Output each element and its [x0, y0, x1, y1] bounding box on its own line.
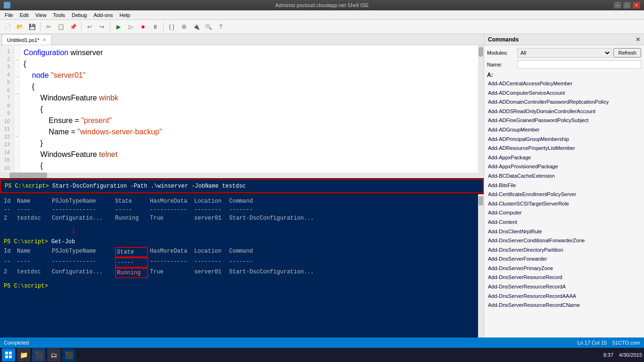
sep-pstype-2: ------------- [52, 257, 113, 268]
cut-button[interactable]: ✂ [43, 21, 54, 33]
cmd-item-0[interactable]: Add-ADCentralAccessPolicyMember [487, 79, 641, 89]
cmd-item-1[interactable]: Add-ADComputerServiceAccount [487, 89, 641, 98]
name-input[interactable] [517, 60, 641, 69]
save-button[interactable]: 💾 [26, 21, 38, 33]
code-line-6: { [24, 104, 474, 115]
addon-button[interactable]: 🔌 [190, 21, 202, 33]
cmd-item-21[interactable]: Add-DnsServerResourceRecord [487, 273, 641, 282]
cmd-item-17[interactable]: Add-DnsServerConditionalForwarderZone [487, 236, 641, 246]
terminal-vscroll-thumb[interactable] [479, 196, 483, 206]
data-pstype-2: Configuratio... [52, 268, 113, 278]
maximize-button[interactable]: □ [623, 2, 631, 8]
cmd-item-12[interactable]: Add-CertificateEnrollmentPolicyServer [487, 190, 641, 199]
cmd-item-2[interactable]: Add-ADDomainControllerPasswordReplicatio… [487, 98, 641, 107]
modules-select[interactable]: All [517, 48, 611, 58]
menu-help[interactable]: Help [116, 11, 133, 19]
col-state-2-highlighted: State [115, 247, 148, 257]
snippet-button[interactable]: { } [166, 21, 177, 33]
copy-button[interactable]: 📋 [55, 21, 66, 33]
app-window: Administ pocloud.cloudapp.net Shell ISE … [0, 0, 644, 362]
h-scroll-thumb[interactable] [9, 173, 47, 178]
sep-name-2: ---- [17, 257, 50, 268]
data-loc-2: server01 [194, 268, 227, 278]
data-name-1: testdsc [17, 214, 50, 222]
open-button[interactable]: 📂 [14, 21, 25, 33]
menu-edit[interactable]: Edit [17, 11, 32, 19]
app-icon [4, 2, 10, 8]
cmd-item-3[interactable]: Add-ADDSReadOnlyDomainControllerAccount [487, 107, 641, 116]
cmd-item-7[interactable]: Add-ADResourcePropertyListMember [487, 144, 641, 153]
minimize-button[interactable]: ─ [614, 2, 621, 8]
cmd-item-6[interactable]: Add-ADPrincipalGroupMembership [487, 135, 641, 144]
commands-panel-close[interactable]: ✕ [636, 36, 640, 43]
cmd-item-5[interactable]: Add-ADGroupMember [487, 125, 641, 135]
cmd-item-24[interactable]: Add-DnsServerResourceRecordCName [487, 301, 641, 310]
menu-debug[interactable]: Debug [69, 11, 90, 19]
cmd-item-19[interactable]: Add-DnsServerForwarder [487, 255, 641, 264]
zoom-button[interactable]: 🔍 [203, 21, 214, 33]
cmd-item-23[interactable]: Add-DnsServerResourceRecordAAAA [487, 292, 641, 301]
stop-button[interactable]: ■ [137, 21, 149, 33]
code-inner[interactable]: 12345 678910 1112131415 16 − − − [0, 45, 484, 173]
table2-data-row: 2 testdsc Configuratio... Running True s… [4, 268, 474, 278]
run-selection-button[interactable]: ▷ [125, 21, 136, 33]
taskbar-cmd-icon[interactable]: ⬛ [62, 348, 75, 362]
help2-button[interactable]: ? [215, 21, 226, 33]
terminal-content-main[interactable]: Id Name PSJobTypeName State HasMoreData … [0, 194, 478, 356]
redo-button[interactable]: ↪ [96, 21, 107, 33]
taskbar-ps-icon[interactable]: ⬛ [32, 348, 45, 362]
fold-1[interactable] [14, 47, 20, 56]
fold-8 [14, 107, 20, 115]
tab-close-icon[interactable]: ✕ [42, 37, 46, 42]
editor-vscrollbar[interactable] [478, 45, 484, 173]
term-prompt-2: PS C:\script> [4, 239, 51, 245]
close-button[interactable]: ✕ [633, 2, 640, 8]
col-loc-1: Location [194, 197, 227, 206]
fold-col: − − − − [14, 45, 20, 173]
code-content[interactable]: Configuration winserver { node "server01… [20, 45, 478, 173]
tab-untitled1[interactable]: Untitled1.ps1* ✕ [2, 34, 51, 45]
code-line-5: WindowsFeature winbk [24, 92, 474, 104]
undo-button[interactable]: ↩ [84, 21, 95, 33]
h-scrollbar[interactable] [0, 173, 484, 178]
sep1 [40, 22, 41, 32]
menu-file[interactable]: File [2, 11, 16, 19]
taskbar-folder-icon[interactable]: 🗂 [47, 348, 60, 362]
editor-vscroll-thumb[interactable] [479, 47, 483, 57]
taskbar-explorer-icon[interactable]: 📁 [17, 348, 30, 362]
cmdlet-button[interactable]: ⚙ [178, 21, 190, 33]
menu-tools[interactable]: Tools [50, 11, 68, 19]
sep-loc-1: -------- [194, 206, 227, 214]
title-bar: Administ pocloud.cloudapp.net Shell ISE … [0, 0, 644, 10]
cmd-item-8[interactable]: Add-AppxPackage [487, 153, 641, 163]
run-button[interactable]: ▶ [113, 21, 124, 33]
data-cmd-2: Start-DscConfiguration... [229, 268, 314, 278]
cmd-item-15[interactable]: Add-Content [487, 218, 641, 227]
debug-button[interactable]: ⏸ [149, 21, 161, 33]
menu-addons[interactable]: Add-ons [91, 11, 116, 19]
table2-header-row: Id Name PSJobTypeName State HasMoreData … [4, 247, 474, 257]
cmd-item-9[interactable]: Add-AppxProvisionedPackage [487, 162, 641, 172]
data-pstype-1: Configuratio... [52, 214, 113, 222]
code-line-7: Ensure = "present" [24, 115, 474, 126]
cmd-item-18[interactable]: Add-DnsServerDirectoryPartition [487, 246, 641, 255]
cmd-item-16[interactable]: Add-DnsClientNrptRule [487, 227, 641, 237]
commands-panel-content: Modules: All Refresh Name: A: Add-ADCent… [484, 45, 644, 346]
start-button[interactable] [2, 348, 15, 362]
new-button[interactable]: 📄 [2, 21, 13, 33]
refresh-button[interactable]: Refresh [613, 48, 641, 58]
arrow-container: ↓ [4, 223, 474, 237]
status-ln-col: Ln 17 Col 15 [578, 340, 607, 346]
cmd-item-11[interactable]: Add-BitsFile [487, 181, 641, 190]
cmd-item-4[interactable]: Add-ADFineGrainedPasswordPolicySubject [487, 116, 641, 125]
sep-hasmore-2: ----------- [150, 257, 192, 268]
cmd-item-13[interactable]: Add-ClusteriSCSITargetServerRole [487, 199, 641, 209]
cmd-item-14[interactable]: Add-Computer [487, 208, 641, 218]
fold-15 [14, 166, 20, 173]
cmd-item-10[interactable]: Add-BCDataCacheExtension [487, 172, 641, 181]
cmd-item-20[interactable]: Add-DnsServerPrimaryZone [487, 264, 641, 273]
menu-view[interactable]: View [33, 11, 50, 19]
terminal-vscrollbar[interactable] [478, 194, 484, 356]
cmd-item-22[interactable]: Add-DnsServerResourceRecordA [487, 282, 641, 292]
paste-button[interactable]: 📌 [67, 21, 79, 33]
